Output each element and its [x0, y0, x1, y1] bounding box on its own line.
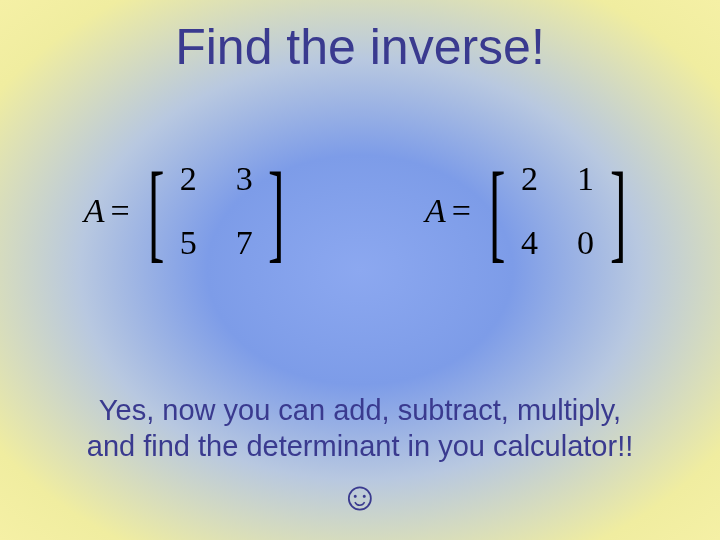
caption-line: and find the determinant in you calculat…: [40, 428, 680, 464]
left-bracket-icon: [: [489, 170, 505, 253]
matrix-variable: A: [84, 192, 105, 230]
matrix-expression-left: A = [ 2 3 5 7 ]: [84, 160, 295, 262]
slide-title: Find the inverse!: [0, 18, 720, 76]
left-bracket-icon: [: [148, 170, 164, 253]
matrix-cell: 2: [520, 160, 540, 198]
right-bracket-icon: ]: [610, 170, 626, 253]
matrix-cell: 2: [178, 160, 198, 198]
matrix-cell: 4: [520, 224, 540, 262]
right-bracket-icon: ]: [268, 170, 284, 253]
equals-sign: =: [111, 192, 130, 230]
equals-sign: =: [452, 192, 471, 230]
matrix-expression-right: A = [ 2 1 4 0 ]: [425, 160, 636, 262]
caption-line: Yes, now you can add, subtract, multiply…: [40, 392, 680, 428]
matrix-cell: 1: [576, 160, 596, 198]
matrix-row: A = [ 2 3 5 7 ] A = [ 2 1 4 0 ]: [0, 160, 720, 262]
matrix-grid: 2 3 5 7: [174, 160, 258, 262]
matrix-cell: 3: [234, 160, 254, 198]
matrix-cell: 7: [234, 224, 254, 262]
bottom-caption: Yes, now you can add, subtract, multiply…: [0, 392, 720, 465]
matrix-grid: 2 1 4 0: [516, 160, 600, 262]
matrix-cell: 5: [178, 224, 198, 262]
matrix-cell: 0: [576, 224, 596, 262]
smiley-icon: ☺: [0, 474, 720, 519]
matrix-variable: A: [425, 192, 446, 230]
